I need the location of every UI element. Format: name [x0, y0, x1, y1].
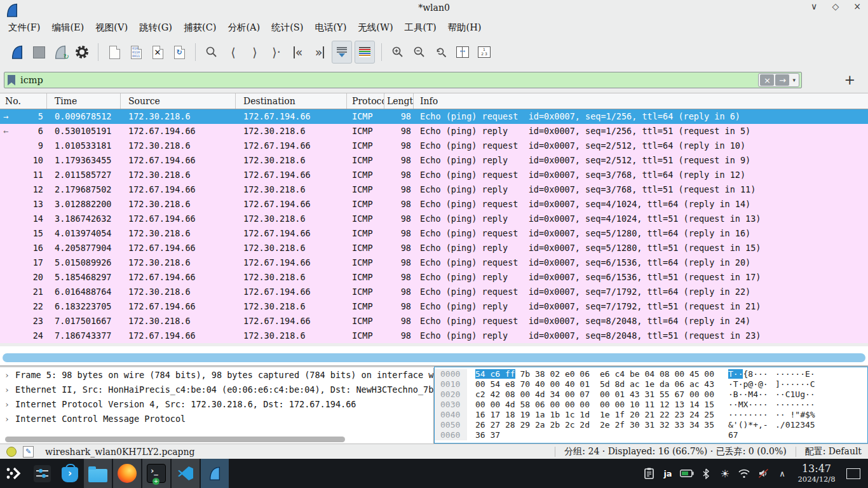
column-header-info[interactable]: Info [414, 93, 868, 109]
menu-item[interactable]: 视图(V) [90, 18, 133, 37]
packet-row[interactable]: 22 6.183223705 172.67.194.66 172.30.218.… [0, 299, 868, 314]
hex-row[interactable]: 0050 26 27 28 29 2a 2b 2c 2d 2e 2f 30 31… [435, 420, 867, 430]
app-launcher-button[interactable] [0, 459, 28, 488]
colorize-toggle[interactable] [355, 41, 375, 64]
brightness-tray-icon[interactable]: ☀ [715, 459, 735, 488]
restart-capture-button[interactable]: ↻ [51, 41, 70, 63]
filter-dropdown-arrow[interactable]: ▾ [790, 77, 798, 83]
packet-row[interactable]: 9 1.010533181 172.30.218.6 172.67.194.66… [0, 139, 868, 153]
menu-item[interactable]: 帮助(H) [442, 18, 487, 37]
reload-file-button[interactable]: ↻ [170, 41, 189, 63]
column-header-no[interactable]: No. [0, 93, 47, 109]
column-header-protocol[interactable]: Protocol [347, 93, 384, 109]
find-packet-button[interactable] [202, 41, 221, 63]
zoom-out-button[interactable] [410, 41, 429, 63]
stop-capture-button[interactable] [29, 41, 48, 63]
packet-row[interactable]: ←6 0.530105191 172.67.194.66 172.30.218.… [0, 124, 868, 139]
packet-row[interactable]: 13 3.012882200 172.30.218.6 172.67.194.6… [0, 197, 868, 212]
menu-item[interactable]: 文件(F) [3, 18, 46, 37]
packet-list-hscrollbar-thumb[interactable] [3, 353, 865, 362]
minimize-button[interactable]: ∨ [808, 1, 820, 11]
zoom-in-button[interactable] [388, 41, 407, 63]
menu-item[interactable]: 分析(A) [222, 18, 266, 37]
details-hscrollbar-thumb[interactable] [5, 437, 345, 442]
filter-apply-button[interactable]: → [775, 74, 789, 86]
auto-scroll-toggle[interactable] [332, 41, 352, 64]
bookmark-icon[interactable] [8, 75, 15, 86]
go-forward-button[interactable]: ⟩ [245, 41, 264, 63]
column-header-source[interactable]: Source [121, 93, 236, 109]
hex-row[interactable]: 0030 00 00 4d 58 06 00 00 00 00 00 10 11… [435, 400, 867, 410]
file-manager-button[interactable] [84, 459, 112, 488]
detail-line[interactable]: ›Frame 5: 98 bytes on wire (784 bits), 9… [0, 368, 433, 383]
fit-columns-button[interactable]: 12 3 [475, 41, 494, 63]
terminal-button[interactable]: ›_+ [142, 459, 170, 488]
packet-row[interactable]: 20 5.185468297 172.67.194.66 172.30.218.… [0, 270, 868, 285]
show-desktop-button[interactable] [846, 468, 860, 479]
clock[interactable]: 13:47 2024/12/8 [792, 463, 841, 484]
menu-item[interactable]: 捕获(C) [178, 18, 222, 37]
close-file-button[interactable]: ✕ [148, 41, 167, 63]
menu-item[interactable]: 跳转(G) [133, 18, 178, 37]
discover-button[interactable] [56, 459, 84, 488]
vscode-button[interactable] [172, 459, 200, 488]
packet-row[interactable]: 14 3.186742632 172.67.194.66 172.30.218.… [0, 212, 868, 226]
menu-item[interactable]: 无线(W) [352, 18, 398, 37]
last-packet-button[interactable]: » [310, 41, 329, 63]
display-filter-input[interactable]: icmp × → ▾ [4, 72, 802, 88]
expander-icon[interactable]: › [3, 412, 11, 426]
profile-selector[interactable]: 配置: Default [805, 446, 862, 458]
go-to-packet-button[interactable]: ⟩· [267, 41, 286, 63]
close-button[interactable]: × [851, 1, 863, 11]
packet-row[interactable]: 10 1.179363455 172.67.194.66 172.30.218.… [0, 153, 868, 168]
detail-line[interactable]: ›Internet Protocol Version 4, Src: 172.3… [0, 397, 433, 412]
filter-clear-button[interactable]: × [760, 74, 774, 86]
packet-row[interactable]: →5 0.009678512 172.30.218.6 172.67.194.6… [0, 109, 868, 124]
battery-tray-icon[interactable] [677, 459, 696, 488]
expander-icon[interactable]: › [3, 368, 11, 383]
system-settings-button[interactable] [28, 459, 56, 488]
packet-row[interactable]: 12 2.179687502 172.67.194.66 172.30.218.… [0, 182, 868, 197]
zoom-reset-button[interactable] [431, 41, 451, 63]
packet-row[interactable]: 11 2.011585727 172.30.218.6 172.67.194.6… [0, 168, 868, 182]
capture-options-button[interactable] [72, 41, 92, 63]
filter-add-button[interactable]: + [844, 72, 855, 88]
start-capture-button[interactable] [8, 41, 27, 63]
new-file-button[interactable] [105, 41, 124, 63]
tray-expand-button[interactable]: ∧ [773, 459, 792, 488]
menu-item[interactable]: 工具(T) [399, 18, 442, 37]
maximize-button[interactable]: ◇ [830, 1, 841, 11]
capture-comment-icon[interactable]: ✎ [23, 446, 34, 458]
hex-row[interactable]: 0010 00 54 e8 70 40 00 40 01 5d 8d ac 1e… [435, 379, 867, 390]
column-header-time[interactable]: Time [47, 93, 121, 109]
resize-columns-button[interactable]: ↔ [453, 41, 472, 63]
hex-row[interactable]: 0040 16 17 18 19 1a 1b 1c 1d 1e 1f 20 21… [435, 410, 867, 420]
wifi-tray-icon[interactable] [735, 459, 754, 488]
expander-icon[interactable]: › [3, 397, 11, 412]
packet-row[interactable]: 17 5.015089926 172.30.218.6 172.67.194.6… [0, 255, 868, 270]
go-back-button[interactable]: ⟨ [224, 41, 243, 63]
wireshark-taskbar-button[interactable] [201, 459, 229, 488]
clipboard-tray-icon[interactable] [639, 459, 658, 488]
packet-row[interactable]: 21 6.016488764 172.30.218.6 172.67.194.6… [0, 285, 868, 299]
column-header-destination[interactable]: Destination [236, 93, 347, 109]
input-method-indicator[interactable]: ja [658, 459, 677, 488]
packet-row[interactable]: 24 7.186743377 172.67.194.66 172.30.218.… [0, 329, 868, 343]
packet-row[interactable]: 23 7.017501667 172.30.218.6 172.67.194.6… [0, 314, 868, 329]
menu-item[interactable]: 编辑(E) [46, 18, 90, 37]
menu-item[interactable]: 电话(Y) [309, 18, 352, 37]
packet-row[interactable]: 15 4.013974054 172.30.218.6 172.67.194.6… [0, 226, 868, 241]
column-header-length[interactable]: Length [384, 93, 414, 109]
first-packet-button[interactable]: « [288, 41, 308, 63]
hex-row[interactable]: 0020 c2 42 08 00 4d 34 00 07 00 01 43 31… [435, 390, 867, 400]
packet-row[interactable]: 16 4.205877904 172.67.194.66 172.30.218.… [0, 241, 868, 255]
firefox-button[interactable] [113, 459, 141, 488]
filter-value[interactable]: icmp [20, 75, 43, 85]
hex-row[interactable]: 0060 36 37 67 [435, 430, 867, 440]
titlebar[interactable]: *wlan0 ∨ ◇ × [0, 0, 868, 18]
volume-muted-tray-icon[interactable] [754, 459, 773, 488]
open-file-button[interactable]: 010101100011 [126, 41, 146, 63]
hex-row[interactable]: 0000 54 c6 ff 7b 38 02 e0 06 e6 c4 be 04… [435, 369, 867, 379]
menu-item[interactable]: 统计(S) [266, 18, 309, 37]
detail-line[interactable]: ›Ethernet II, Src: HonHaiPrecis_c4:be:04… [0, 383, 433, 397]
